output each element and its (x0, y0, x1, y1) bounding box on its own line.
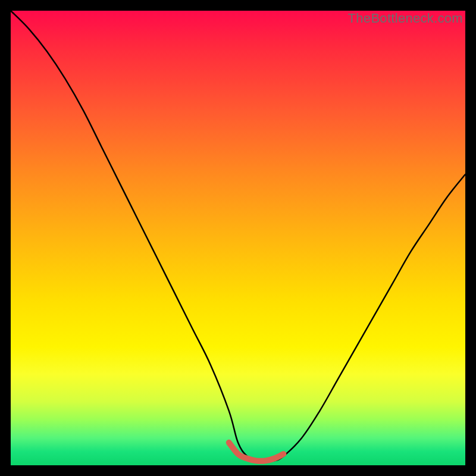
bottleneck-curve (11, 11, 465, 461)
highlight-path (229, 443, 284, 461)
curve-path (11, 11, 465, 461)
curve-layer (11, 11, 465, 465)
optimal-range-highlight (229, 443, 284, 461)
chart-frame: TheBottleneck.com (0, 0, 476, 476)
